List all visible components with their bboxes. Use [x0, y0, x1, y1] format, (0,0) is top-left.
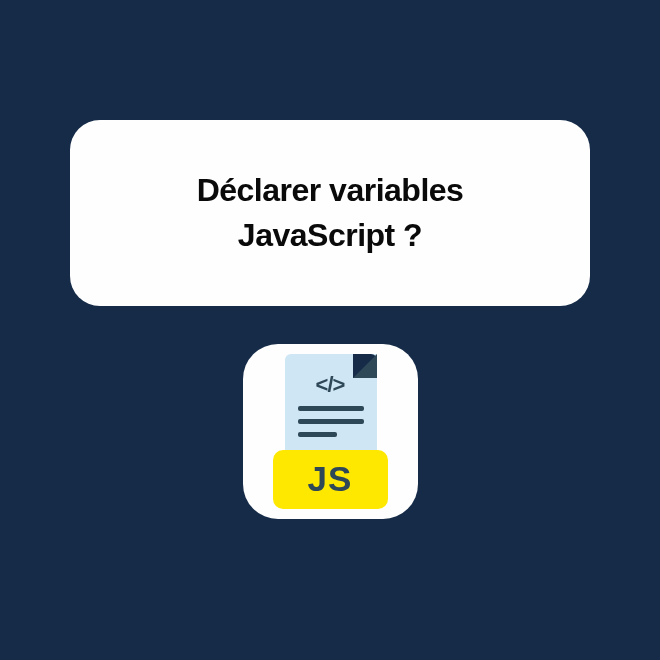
file-lines [298, 406, 364, 445]
file-line [298, 419, 364, 424]
file-line [298, 432, 338, 437]
js-label: JS [273, 450, 388, 509]
title-line-1: Déclarer variables [197, 172, 464, 208]
icon-card: </> JS [243, 344, 418, 519]
js-file-icon: </> JS [273, 354, 388, 509]
page-title: Déclarer variables JavaScript ? [110, 168, 550, 258]
title-card: Déclarer variables JavaScript ? [70, 120, 590, 306]
file-line [298, 406, 364, 411]
title-line-2: JavaScript ? [238, 217, 422, 253]
file-fold [353, 354, 377, 378]
code-tag-icon: </> [316, 372, 345, 398]
